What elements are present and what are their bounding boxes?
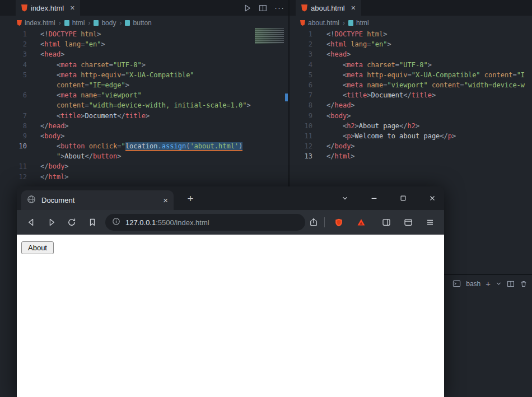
forward-icon[interactable] xyxy=(47,218,56,227)
breadcrumb-item[interactable]: html xyxy=(348,19,369,27)
about-button[interactable]: About xyxy=(21,241,54,254)
code-line[interactable]: 5 <meta http-equiv="X-UA-Compatible" con… xyxy=(296,70,532,80)
tab-about-html[interactable]: about.html × xyxy=(296,0,361,16)
code-text: <body> xyxy=(27,131,64,141)
browser-window: Document × + xyxy=(17,186,444,397)
split-editor-icon[interactable] xyxy=(259,4,267,12)
symbol-icon xyxy=(125,20,130,26)
run-file-icon[interactable] xyxy=(243,4,251,12)
code-text: <head> xyxy=(312,49,351,59)
terminal-shell-label[interactable]: bash xyxy=(466,280,480,288)
maximize-icon[interactable] xyxy=(399,194,407,202)
editor-about-html[interactable]: 1<!DOCTYPE html>2<html lang="en">3<head>… xyxy=(296,29,532,161)
code-line[interactable]: 13</html> xyxy=(296,151,532,161)
code-line[interactable]: 6 <meta name="viewport" content="width=d… xyxy=(296,80,532,90)
code-line[interactable]: 7 <title>Document</title> xyxy=(296,90,532,100)
code-line[interactable]: 8</head> xyxy=(296,100,532,110)
code-text: <meta name="viewport" xyxy=(27,90,142,100)
kill-terminal-icon[interactable] xyxy=(520,280,528,288)
code-line[interactable]: 5 <meta http-equiv="X-UA-Compatible" xyxy=(0,70,288,80)
tab-label: index.html xyxy=(31,4,64,12)
close-icon[interactable]: × xyxy=(163,195,168,205)
code-line[interactable]: 1<!DOCTYPE html> xyxy=(296,29,532,39)
breadcrumb-item[interactable]: button xyxy=(125,19,151,27)
breadcrumb-label: html xyxy=(356,19,369,27)
split-terminal-icon[interactable] xyxy=(507,280,515,288)
close-icon[interactable]: × xyxy=(351,3,356,12)
menu-icon[interactable] xyxy=(426,218,435,227)
browser-tab-document[interactable]: Document × xyxy=(21,190,174,210)
breadcrumb-label: html xyxy=(72,19,85,27)
code-line[interactable]: 8</head> xyxy=(0,121,288,131)
code-line[interactable]: 3<head> xyxy=(296,49,532,59)
pane-divider[interactable] xyxy=(288,0,290,186)
line-number: 5 xyxy=(296,70,312,80)
line-number xyxy=(0,151,27,161)
share-icon[interactable] xyxy=(309,218,318,227)
address-bar[interactable]: 127.0.0.1:5500/index.html xyxy=(105,214,305,231)
browser-panel-icon[interactable] xyxy=(404,218,413,227)
code-text: ">About</button> xyxy=(27,151,122,161)
code-line[interactable]: 10 <button onclick="location.assign('abo… xyxy=(0,141,288,151)
close-icon[interactable]: × xyxy=(70,3,74,12)
terminal-dropdown-icon[interactable] xyxy=(496,281,502,287)
browser-tab-strip: Document × + xyxy=(17,186,444,210)
vscode-window: index.html × ··· about.html × index.html… xyxy=(0,0,532,397)
code-line[interactable]: 10 <h2>About page</h2> xyxy=(296,121,532,131)
breadcrumb-item[interactable]: html xyxy=(64,19,85,27)
breadcrumb-item[interactable]: body xyxy=(94,19,116,27)
code-text: <h2>About page</h2> xyxy=(312,121,419,131)
browser-toolbar: 127.0.0.1:5500/index.html xyxy=(17,210,444,235)
minimap[interactable] xyxy=(255,28,284,44)
breadcrumb-item[interactable]: index.html xyxy=(17,19,55,27)
close-window-icon[interactable] xyxy=(428,194,436,202)
bookmark-icon[interactable] xyxy=(88,218,97,227)
code-line[interactable]: 6 <meta name="viewport" xyxy=(0,90,288,100)
line-number xyxy=(0,100,27,110)
code-line[interactable]: 11</body> xyxy=(0,161,288,171)
tab-label: about.html xyxy=(311,4,345,12)
line-number: 12 xyxy=(0,172,27,182)
back-icon[interactable] xyxy=(27,218,36,227)
code-line[interactable]: 4 <meta charset="UTF-8"> xyxy=(0,60,288,70)
code-text: </body> xyxy=(312,141,355,151)
breadcrumb: index.html›html›body›button xyxy=(17,18,152,28)
line-number: 3 xyxy=(296,49,312,59)
code-text: <meta http-equiv="X-UA-Compatible" xyxy=(27,70,194,80)
code-line[interactable]: ">About</button> xyxy=(0,151,288,161)
code-line[interactable]: 4 <meta charset="UTF-8"> xyxy=(296,60,532,70)
code-line[interactable]: 2<html lang="en"> xyxy=(296,39,532,49)
code-text: <button onclick="location.assign('about.… xyxy=(27,141,242,151)
code-line[interactable]: 9<body> xyxy=(296,111,532,121)
reload-icon[interactable] xyxy=(67,218,76,227)
code-text: </html> xyxy=(312,151,355,161)
code-line[interactable]: 9<body> xyxy=(0,131,288,141)
more-actions-icon[interactable]: ··· xyxy=(274,5,284,11)
line-number: 3 xyxy=(0,49,27,59)
tab-index-html[interactable]: index.html × xyxy=(16,0,80,16)
tab-search-chevron-icon[interactable] xyxy=(341,194,349,202)
code-line[interactable]: 7 <title>Document</title> xyxy=(0,111,288,121)
code-line[interactable]: 3<head> xyxy=(0,49,288,59)
breadcrumb-separator: › xyxy=(343,19,345,27)
new-tab-button[interactable]: + xyxy=(183,191,198,207)
sidebar-icon[interactable] xyxy=(382,218,391,227)
minimize-icon[interactable] xyxy=(370,194,378,202)
editor-index-html[interactable]: 1<!DOCTYPE html>2<html lang="en">3<head>… xyxy=(0,29,288,182)
code-line[interactable]: 11 <p>Welcome to about page</p> xyxy=(296,131,532,141)
code-line[interactable]: 12</body> xyxy=(296,141,532,151)
brave-rewards-icon[interactable] xyxy=(357,218,366,227)
code-line[interactable]: content="IE=edge"> xyxy=(0,80,288,90)
new-terminal-icon[interactable]: + xyxy=(486,281,491,287)
code-line[interactable]: 2<html lang="en"> xyxy=(0,39,288,49)
site-info-icon[interactable] xyxy=(112,217,120,228)
code-line[interactable]: 1<!DOCTYPE html> xyxy=(0,29,288,39)
breadcrumb-item[interactable]: about.html xyxy=(300,19,339,27)
code-line[interactable]: 12</html> xyxy=(0,172,288,182)
line-number: 2 xyxy=(0,39,27,49)
brave-shields-icon[interactable] xyxy=(334,218,343,227)
url-path: :5500/index.html xyxy=(156,218,209,227)
code-line[interactable]: content="width=device-width, initial-sca… xyxy=(0,100,288,110)
breadcrumb-separator: › xyxy=(88,19,90,27)
terminal-actions: bash + xyxy=(444,275,532,288)
